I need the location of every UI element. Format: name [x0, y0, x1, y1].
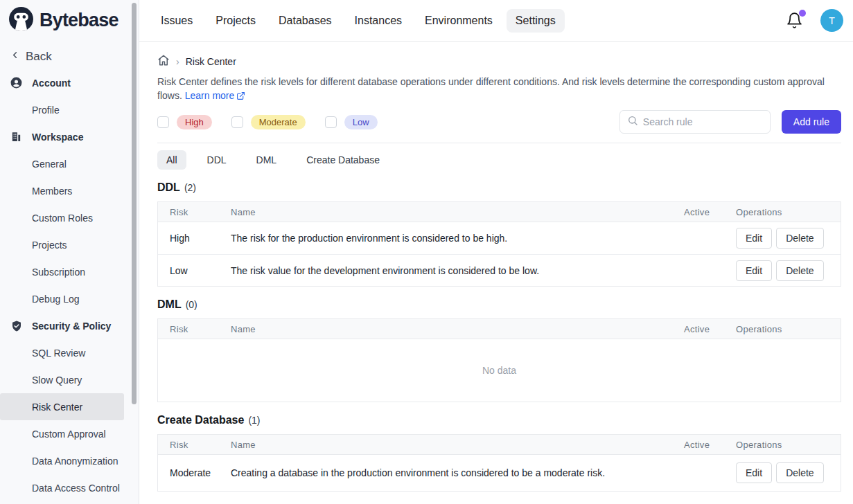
col-header-risk: Risk	[158, 207, 231, 217]
col-header-active: Active	[684, 440, 736, 450]
delete-button[interactable]: Delete	[776, 462, 823, 483]
tab-all[interactable]: All	[157, 150, 186, 170]
sidebar-section-label: Security & Policy	[32, 321, 111, 332]
col-header-name: Name	[231, 324, 684, 334]
sidebar-section-label: Workspace	[32, 132, 83, 143]
col-header-operations: Operations	[736, 440, 841, 450]
section-title-create-database: Create Database (1)	[157, 414, 841, 426]
sidebar-item-debug-log[interactable]: Debug Log	[0, 285, 139, 312]
sidebar-item-profile[interactable]: Profile	[0, 96, 139, 123]
risk-badge-low: Low	[344, 115, 378, 129]
shield-check-icon	[10, 319, 23, 332]
sidebar-item-label: Custom Approval	[32, 429, 106, 440]
table-row: Low The risk value for the development e…	[158, 254, 841, 286]
dml-rule-table: Risk Name Active Operations No data	[157, 318, 841, 402]
filter-low-checkbox[interactable]	[325, 116, 337, 128]
tab-dml[interactable]: DML	[247, 150, 286, 170]
filter-high-checkbox[interactable]	[157, 116, 169, 128]
chevron-left-icon	[10, 50, 20, 64]
col-header-name: Name	[231, 207, 684, 217]
table-header-row: Risk Name Active Operations	[158, 202, 841, 222]
search-icon	[627, 115, 638, 129]
rule-risk: High	[158, 233, 231, 244]
tab-create-database[interactable]: Create Database	[297, 150, 389, 170]
avatar[interactable]: T	[820, 9, 843, 32]
filter-moderate: Moderate	[231, 115, 306, 129]
sidebar-item-general[interactable]: General	[0, 150, 139, 177]
empty-state: No data	[158, 339, 841, 402]
back-button[interactable]: Back	[0, 39, 139, 69]
sidebar-item-custom-approval[interactable]: Custom Approval	[0, 420, 139, 447]
edit-button[interactable]: Edit	[736, 228, 772, 249]
search-input[interactable]	[643, 116, 754, 127]
page-description: Risk Center defines the risk levels for …	[157, 75, 826, 102]
notification-bell-icon[interactable]	[786, 12, 804, 30]
delete-button[interactable]: Delete	[776, 260, 823, 281]
avatar-initial: T	[829, 15, 835, 26]
nav-item-projects[interactable]: Projects	[206, 9, 265, 33]
ddl-rule-table: Risk Name Active Operations High The ris…	[157, 201, 841, 287]
search-box	[619, 110, 771, 134]
brand-logo[interactable]: Bytebase	[0, 0, 139, 39]
filter-high: High	[157, 115, 212, 129]
sidebar-item-label: Data Access Control	[32, 483, 120, 494]
filter-toolbar: High Moderate Low Add rule	[157, 110, 841, 143]
sidebar-section-account: Account	[0, 69, 139, 96]
brand-name: Bytebase	[39, 10, 118, 31]
rule-name: The risk for the production environment …	[231, 233, 684, 244]
home-icon[interactable]	[157, 54, 170, 69]
sidebar-item-subscription[interactable]: Subscription	[0, 258, 139, 285]
sidebar-item-sql-review[interactable]: SQL Review	[0, 339, 139, 366]
rule-risk: Low	[158, 265, 231, 276]
section-count: (1)	[248, 415, 260, 426]
sidebar-item-risk-center[interactable]: Risk Center	[0, 393, 124, 420]
sidebar-item-slow-query[interactable]: Slow Query	[0, 366, 139, 393]
tab-ddl[interactable]: DDL	[198, 150, 236, 170]
edit-button[interactable]: Edit	[736, 462, 772, 483]
sidebar-item-label: Profile	[32, 105, 60, 116]
chevron-right-icon: ›	[176, 56, 179, 67]
rule-name: Creating a database in the production en…	[231, 467, 684, 478]
sidebar-item-label: SQL Review	[32, 348, 85, 359]
sidebar-menu: Account Profile Workspace General Member…	[0, 69, 139, 501]
sidebar-section-workspace: Workspace	[0, 123, 139, 150]
rule-name: The risk value for the development envir…	[231, 265, 684, 276]
section-title-ddl: DDL (2)	[157, 181, 841, 194]
risk-center-page: › Risk Center Risk Center defines the ri…	[139, 42, 853, 504]
learn-more-link[interactable]: Learn more	[185, 89, 246, 102]
sidebar-item-label: Members	[32, 186, 72, 197]
toggle-knob	[673, 474, 683, 484]
sidebar-item-members[interactable]: Members	[0, 177, 139, 204]
sidebar-item-projects[interactable]: Projects	[0, 231, 139, 258]
filter-moderate-checkbox[interactable]	[231, 116, 243, 128]
delete-button[interactable]: Delete	[776, 228, 823, 249]
table-row: Moderate Creating a database in the prod…	[158, 455, 841, 491]
table-header-row: Risk Name Active Operations	[158, 319, 841, 339]
user-circle-icon	[10, 76, 23, 89]
sidebar-item-label: Custom Roles	[32, 213, 93, 224]
nav-item-instances[interactable]: Instances	[346, 9, 411, 33]
sidebar-item-label: General	[32, 159, 67, 170]
col-header-operations: Operations	[736, 207, 841, 217]
nav-item-environments[interactable]: Environments	[416, 9, 502, 33]
nav-item-databases[interactable]: Databases	[270, 9, 341, 33]
sidebar-section-label: Account	[32, 78, 71, 89]
section-count: (0)	[186, 299, 197, 310]
col-header-risk: Risk	[158, 440, 231, 450]
add-rule-button[interactable]: Add rule	[782, 110, 841, 134]
sidebar-item-custom-roles[interactable]: Custom Roles	[0, 204, 139, 231]
nav-item-issues[interactable]: Issues	[152, 9, 202, 33]
edit-button[interactable]: Edit	[736, 260, 772, 281]
learn-more-label: Learn more	[185, 89, 235, 102]
nav-item-settings[interactable]: Settings	[507, 9, 565, 33]
risk-badge-moderate: Moderate	[251, 115, 306, 129]
section-title-dml: DML (0)	[157, 298, 841, 311]
create-database-rule-table: Risk Name Active Operations Moderate Cre…	[157, 434, 841, 492]
sidebar-item-data-anonymization[interactable]: Data Anonymization	[0, 447, 139, 474]
toggle-knob	[673, 272, 683, 282]
sidebar-item-label: Subscription	[32, 267, 85, 278]
sidebar-item-data-access-control[interactable]: Data Access Control	[0, 474, 139, 501]
bytebase-logo-icon	[8, 6, 34, 35]
sidebar-item-label: Data Anonymization	[32, 456, 118, 467]
sidebar-scrollbar[interactable]	[132, 3, 137, 404]
